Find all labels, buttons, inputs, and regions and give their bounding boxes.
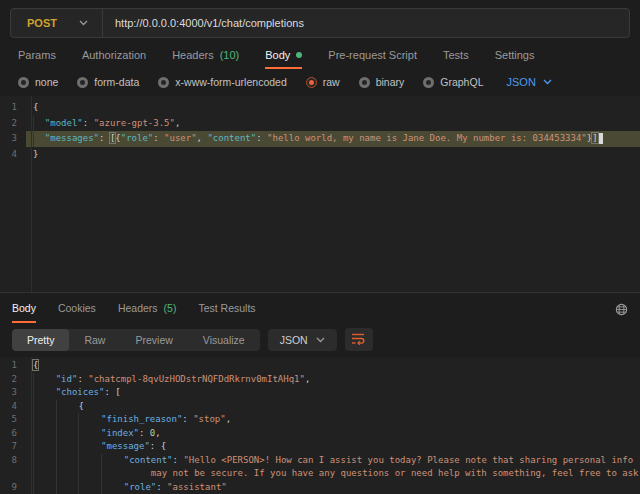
url-input[interactable]: http://0.0.0.0:4000/v1/chat/completions [103,9,629,37]
gutter-divider [31,96,32,292]
body-type-label: x-www-form-urlencoded [175,76,286,88]
gutter-divider [31,357,32,494]
tab-label: Pre-request Script [328,49,417,61]
body-type-none[interactable]: none [18,76,58,88]
radio-icon [18,77,29,88]
response-tab-label: Cookies [58,302,96,314]
code-line: 5 "finish_reason": "stop", [0,413,640,427]
code-line: may not be secure. If you have any quest… [0,467,640,481]
line-number: 1 [0,100,26,116]
radio-icon [306,77,317,88]
tab-label: Params [18,49,56,61]
wrap-text-button[interactable] [345,328,373,351]
line-number: 9 [0,481,26,494]
request-body-editor[interactable]: 1{2 "model": "azure-gpt-3.5",3 "messages… [0,96,640,293]
response-toolbar: PrettyRawPreviewVisualize JSON [0,323,640,357]
request-url-bar: POST http://0.0.0.0:4000/v1/chat/complet… [10,8,630,38]
code-content: "messages": [{"role": "user", "content":… [26,131,640,147]
response-tab-body[interactable]: Body [12,295,36,323]
radio-icon [77,77,88,88]
code-content: "role": "assistant" [26,481,640,494]
view-pretty[interactable]: Pretty [12,329,69,351]
line-number: 4 [0,400,26,414]
radio-icon [423,77,434,88]
body-type-label: binary [376,76,405,88]
code-content: { [26,100,640,116]
chevron-down-icon [543,79,552,85]
body-type-binary[interactable]: binary [359,76,405,88]
globe-icon [615,303,628,316]
response-tab-cookies[interactable]: Cookies [58,295,96,323]
body-format-label: JSON [506,76,535,88]
tab-label: Settings [495,49,535,61]
response-tab-label: Test Results [198,302,255,314]
view-visualize[interactable]: Visualize [188,329,260,351]
tab-label: Authorization [82,49,146,61]
line-number: 2 [0,373,26,387]
response-tab-test-results[interactable]: Test Results [198,295,255,323]
code-content: "index": 0, [26,427,640,441]
response-tab-headers[interactable]: Headers(5) [118,295,177,323]
body-type-label: form-data [94,76,139,88]
wrap-text-icon [351,331,366,349]
line-number: 4 [0,147,26,163]
tab-tests[interactable]: Tests [443,42,469,69]
chevron-down-icon [79,20,88,26]
tab-settings[interactable]: Settings [495,42,535,69]
code-line: 3 "messages": [{"role": "user", "content… [0,131,640,147]
tab-body[interactable]: Body [265,42,302,69]
body-type-label: GraphQL [440,76,483,88]
code-content: "model": "azure-gpt-3.5", [26,116,640,132]
chevron-down-icon [316,337,325,343]
code-line: 1{ [0,359,640,373]
code-content: may not be secure. If you have any quest… [26,467,640,481]
body-type-graphql[interactable]: GraphQL [423,76,483,88]
radio-icon [158,77,169,88]
code-content: "content": "Hello <PERSON>! How can I as… [26,454,640,468]
line-number: 3 [0,131,26,147]
tab-count-badge: (10) [220,49,240,61]
radio-icon [359,77,370,88]
code-line: 4 { [0,400,640,414]
view-raw[interactable]: Raw [69,329,120,351]
code-line: 1{ [0,100,640,116]
method-dropdown[interactable]: POST [11,9,102,37]
code-line: 9 "role": "assistant" [0,481,640,494]
code-content: { [26,359,640,373]
tab-headers[interactable]: Headers(10) [172,42,239,69]
tab-pre-request-script[interactable]: Pre-request Script [328,42,417,69]
response-tabs: BodyCookiesHeaders(5)Test Results [0,295,640,323]
code-line: 8 "content": "Hello <PERSON>! How can I … [0,454,640,468]
body-type-form-data[interactable]: form-data [77,76,139,88]
request-tabs: ParamsAuthorizationHeaders(10)BodyPre-re… [0,42,640,69]
view-preview[interactable]: Preview [120,329,187,351]
tab-params[interactable]: Params [18,42,56,69]
tab-label: Tests [443,49,469,61]
line-number: 3 [0,386,26,400]
code-line: 7 "message": { [0,440,640,454]
response-tab-label: Headers [118,302,158,314]
response-format-label: JSON [280,334,308,346]
body-format-dropdown[interactable]: JSON [506,76,551,88]
body-type-x-www-form-urlencoded[interactable]: x-www-form-urlencoded [158,76,286,88]
line-number: 7 [0,440,26,454]
line-number: 8 [0,454,26,468]
line-number: 6 [0,427,26,441]
method-label: POST [27,17,57,29]
line-number: 5 [0,413,26,427]
response-body-editor[interactable]: 1{2 "id": "chatcmpl-8qvUzHODstrNQFDdRkrn… [0,357,640,494]
response-tab-label: Body [12,302,36,314]
tab-label: Headers [172,49,214,61]
response-tab-count-badge: (5) [164,302,177,314]
code-line: 3 "choices": [ [0,386,640,400]
unsaved-changes-dot [296,52,302,58]
body-type-label: raw [323,76,340,88]
body-type-bar: noneform-datax-www-form-urlencodedrawbin… [0,69,640,96]
code-line: 2 "id": "chatcmpl-8qvUzHODstrNQFDdRkrnv0… [0,373,640,387]
body-type-raw[interactable]: raw [306,76,340,88]
code-line: 4} [0,147,640,163]
response-format-dropdown[interactable]: JSON [268,329,337,351]
line-number: 2 [0,116,26,132]
tab-authorization[interactable]: Authorization [82,42,146,69]
globe-button[interactable] [615,295,628,323]
